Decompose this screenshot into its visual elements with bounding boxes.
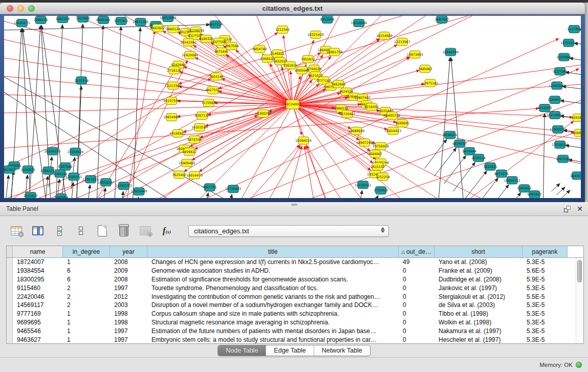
cell[interactable]: 18300295: [13, 276, 63, 283]
cell[interactable]: 0: [399, 301, 434, 309]
citation-edge-red[interactable]: [293, 16, 503, 104]
cell[interactable]: 1997: [110, 285, 147, 292]
cell[interactable]: de Silva et al. (2003): [434, 301, 522, 309]
cell[interactable]: Changes of HCN gene expression and I(f) …: [147, 258, 399, 266]
cell[interactable]: 1998: [110, 310, 147, 317]
citation-edge-black[interactable]: [556, 187, 565, 195]
table-row[interactable]: 1830029562008Estimation of significance …: [7, 275, 583, 284]
memory-ok-indicator[interactable]: [576, 362, 582, 368]
citation-edge-black[interactable]: [565, 72, 581, 78]
citation-edge-red[interactable]: [200, 39, 293, 104]
citation-edge-black[interactable]: [453, 162, 475, 191]
citation-edge-red[interactable]: [306, 146, 340, 198]
citation-edge-black[interactable]: [86, 185, 90, 198]
citation-edge-red[interactable]: [307, 145, 361, 198]
cell[interactable]: 9463627: [13, 336, 63, 343]
cell[interactable]: 1: [63, 327, 110, 335]
cell[interactable]: Structural magnetic resonance image aver…: [147, 319, 399, 326]
cell[interactable]: 0: [399, 285, 434, 292]
citation-edge-black[interactable]: [102, 188, 105, 198]
new-column-icon[interactable]: [95, 224, 110, 238]
scrollbar-thumb[interactable]: [577, 260, 582, 282]
citation-edge-red[interactable]: [218, 104, 293, 198]
citation-edge-black[interactable]: [114, 27, 121, 198]
table-row[interactable]: 1938455462009Genome-wide association stu…: [7, 267, 583, 275]
cell[interactable]: 2008: [110, 258, 147, 266]
citation-edge-black[interactable]: [487, 185, 509, 198]
citation-edge-black[interactable]: [565, 145, 581, 151]
citation-edge-red[interactable]: [4, 24, 293, 104]
citation-edge-red[interactable]: [205, 104, 293, 126]
cell[interactable]: 5.3E-5: [522, 258, 568, 266]
table-row[interactable]: 946554611997Estimation of the future num…: [7, 326, 583, 335]
cell[interactable]: 5.9E-5: [522, 276, 568, 283]
float-panel-icon[interactable]: [564, 206, 571, 212]
cell[interactable]: Nakamura et al. (1997): [434, 327, 522, 335]
cell[interactable]: Franke et al. (2009): [434, 267, 522, 274]
cell[interactable]: 0: [399, 327, 434, 335]
cell[interactable]: Corpus callosum shape and size in male p…: [147, 310, 399, 317]
cell[interactable]: 19384554: [13, 267, 63, 274]
column-header-in_degree[interactable]: in_degree: [63, 246, 110, 257]
table-mode-icon[interactable]: [9, 224, 24, 238]
tab-network-table[interactable]: Network Table: [314, 345, 370, 356]
cell[interactable]: Investigating the contribution of common…: [147, 293, 399, 300]
cell[interactable]: Tourette syndrome. Phenomenology and cla…: [147, 285, 399, 292]
table-row[interactable]: 2242004622012Investigating the contribut…: [7, 292, 583, 301]
citation-edge-black[interactable]: [569, 160, 581, 165]
cell[interactable]: 2012: [110, 293, 147, 300]
cell[interactable]: 0: [399, 267, 434, 274]
cell[interactable]: 9777169: [13, 310, 63, 317]
cell[interactable]: 0: [399, 276, 434, 283]
cell[interactable]: 5.3E-5: [522, 301, 568, 309]
citation-edge-black[interactable]: [223, 194, 232, 198]
citation-edge-red[interactable]: [121, 31, 155, 198]
cell[interactable]: 1997: [110, 336, 147, 343]
column-header-short[interactable]: short: [434, 246, 522, 257]
cell[interactable]: Estimation of significance thresholds fo…: [147, 276, 399, 283]
splitter-handle[interactable]: [291, 204, 297, 206]
table-row[interactable]: 1456911722003Disruption of a novel membe…: [7, 301, 583, 310]
cell[interactable]: 5.3E-5: [522, 336, 568, 343]
citation-edge-black[interactable]: [120, 191, 123, 198]
cell[interactable]: 18724007: [13, 258, 63, 266]
row-height-icon[interactable]: [74, 224, 88, 238]
table-panel-header[interactable]: Table Panel ✕: [0, 202, 588, 216]
cell[interactable]: Disruption of a novel member of a sodium…: [147, 301, 399, 309]
citation-edge-red[interactable]: [279, 146, 302, 198]
network-canvas[interactable]: 1872400714035571208914610653281527602646…: [4, 16, 581, 198]
citation-edge-black[interactable]: [136, 197, 139, 198]
cell[interactable]: 6: [63, 267, 110, 274]
column-header-pagerank[interactable]: pagerank: [522, 246, 568, 257]
cell[interactable]: 1: [63, 319, 110, 326]
cell[interactable]: 9699695: [13, 319, 63, 326]
cell[interactable]: 2: [63, 285, 110, 292]
column-header-name[interactable]: name: [13, 246, 63, 257]
show-columns-icon[interactable]: [31, 224, 45, 238]
cell[interactable]: Hescheler et al. (1997): [434, 336, 522, 343]
citation-edge-black[interactable]: [355, 190, 362, 198]
cell[interactable]: Wolkin et al. (1998): [434, 319, 522, 326]
citation-edge-red[interactable]: [194, 104, 293, 149]
cell[interactable]: 2003: [110, 301, 147, 309]
window-titlebar[interactable]: citations_edges.txt: [0, 3, 585, 14]
cell[interactable]: 2: [63, 301, 110, 309]
citation-edge-black[interactable]: [562, 86, 581, 92]
table-row[interactable]: 1872400712008Changes of HCN gene express…: [7, 258, 583, 267]
table-row[interactable]: 977716911998Corpus callosum shape and si…: [7, 310, 583, 318]
citation-edge-black[interactable]: [476, 178, 498, 198]
cell[interactable]: Stergiakouli et al. (2012): [434, 293, 522, 300]
cell[interactable]: Jankovic et al. (1997): [434, 285, 522, 292]
cell[interactable]: 5.6E-5: [522, 267, 568, 274]
cell[interactable]: 1: [63, 336, 110, 343]
cell[interactable]: Estimation of the future numbers of pati…: [147, 327, 399, 335]
select-columns-icon[interactable]: [52, 224, 67, 238]
citation-edge-red[interactable]: [293, 104, 543, 198]
cell[interactable]: Tibbo et al. (1998): [434, 310, 522, 317]
cell[interactable]: 0: [399, 293, 434, 300]
column-header-year[interactable]: year: [110, 246, 147, 257]
cell[interactable]: 0: [399, 336, 434, 343]
table-row[interactable]: 969969511998Structural magnetic resonanc…: [7, 318, 583, 327]
cell[interactable]: 22420046: [13, 293, 63, 300]
table-row[interactable]: 946362711997Embryonic stem cells: a mode…: [7, 335, 583, 343]
